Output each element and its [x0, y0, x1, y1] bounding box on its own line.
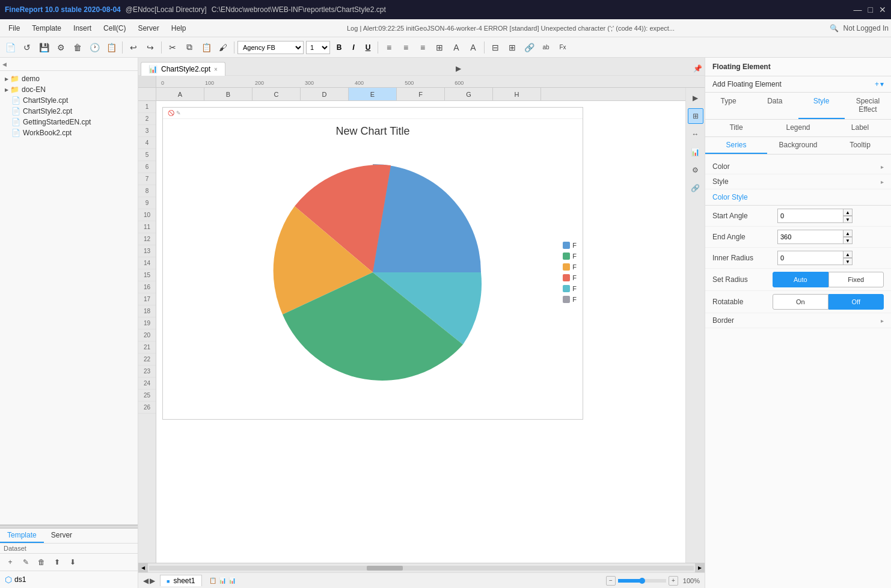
paste-button[interactable]: 📋 — [198, 40, 214, 55]
menu-template[interactable]: Template — [26, 22, 67, 35]
scroll-right-button[interactable]: ▶ — [695, 563, 705, 573]
col-header-a[interactable]: A — [156, 88, 204, 100]
panel-series-tab-tooltip[interactable]: Tooltip — [829, 137, 891, 154]
start-angle-input[interactable] — [777, 209, 844, 223]
export-dataset-button[interactable]: ⬆ — [51, 556, 64, 569]
maximize-button[interactable]: □ — [868, 5, 873, 14]
icon-sidebar-chart[interactable]: 📊 — [688, 144, 703, 160]
grid-body[interactable]: 🚫 ✎ New Chart Title — [156, 101, 685, 563]
panel-sub-tab-title[interactable]: Title — [705, 120, 767, 136]
sheet-tab-1[interactable]: ■ sheet1 — [160, 575, 202, 586]
zoom-handle[interactable] — [639, 578, 645, 584]
col-header-e[interactable]: E — [349, 88, 397, 100]
scroll-thumb[interactable] — [367, 566, 403, 571]
start-angle-down[interactable]: ▼ — [843, 216, 853, 223]
merge-button[interactable]: ⊞ — [432, 40, 447, 55]
col-header-c[interactable]: C — [253, 88, 301, 100]
icon-sidebar-arrow[interactable]: ▶ — [688, 90, 703, 106]
set-radius-auto-button[interactable]: Auto — [773, 272, 828, 287]
rotatable-off-button[interactable]: Off — [828, 294, 884, 310]
col-header-d[interactable]: D — [301, 88, 349, 100]
delete-dataset-button[interactable]: 🗑 — [35, 556, 48, 569]
inner-radius-up[interactable]: ▲ — [843, 251, 853, 258]
sheet-icon-3[interactable]: 📊 — [228, 577, 236, 584]
panel-tab-style[interactable]: Style — [798, 93, 845, 119]
border-expand-icon[interactable]: ▸ — [881, 317, 884, 324]
panel-tab-data[interactable]: Data — [752, 93, 798, 119]
redo-button[interactable]: ↪ — [142, 40, 158, 55]
minimize-button[interactable]: — — [854, 5, 862, 14]
link-button[interactable]: 🔗 — [521, 40, 537, 55]
border-button[interactable]: ⊟ — [488, 40, 503, 55]
add-element-button[interactable]: + ▾ — [875, 80, 884, 88]
import-dataset-button[interactable]: ⬇ — [66, 556, 79, 569]
panel-sub-tab-label[interactable]: Label — [829, 120, 891, 136]
tree-item-demo[interactable]: ▶ 📁 demo — [0, 73, 138, 84]
font-size-select[interactable]: 1 — [306, 41, 330, 54]
inner-radius-input[interactable] — [777, 251, 844, 265]
scroll-left-button[interactable]: ◀ — [138, 563, 148, 573]
icon-sidebar-link[interactable]: 🔗 — [688, 180, 703, 196]
start-angle-up[interactable]: ▲ — [843, 209, 853, 216]
formula-button[interactable]: Fx — [555, 40, 571, 55]
tree-item-chartstyle2[interactable]: 📄 ChartStyle2.cpt — [0, 106, 138, 117]
zoom-plus-button[interactable]: + — [669, 576, 678, 586]
align-center-button[interactable]: ≡ — [398, 40, 414, 55]
sheet-icon-2[interactable]: 📊 — [219, 577, 226, 584]
inner-radius-down[interactable]: ▼ — [843, 258, 853, 265]
panel-sub-tab-legend[interactable]: Legend — [767, 120, 829, 136]
menu-server[interactable]: Server — [132, 22, 165, 35]
delete-button[interactable]: 🗑 — [70, 40, 85, 55]
history-button[interactable]: 🕐 — [87, 40, 102, 55]
save-button[interactable]: 💾 — [36, 40, 52, 55]
icon-sidebar-grid[interactable]: ⊞ — [688, 108, 703, 124]
panel-series-tab-background[interactable]: Background — [767, 137, 829, 154]
menu-help[interactable]: Help — [165, 22, 192, 35]
icon-sidebar-settings[interactable]: ⚙ — [688, 162, 703, 178]
new-button[interactable]: 📄 — [2, 40, 18, 55]
ab-button[interactable]: ab — [538, 40, 554, 55]
insert-row-button[interactable]: ⊞ — [504, 40, 520, 55]
tab-chartstyle2[interactable]: 📊 ChartStyle2.cpt × — [141, 62, 225, 76]
horizontal-scrollbar[interactable]: ◀ ▶ — [138, 563, 705, 572]
tab-pin-button[interactable]: 📌 — [691, 62, 705, 75]
settings-button[interactable]: ⚙ — [53, 40, 69, 55]
align-left-button[interactable]: ≡ — [381, 40, 397, 55]
panel-series-tab-series[interactable]: Series — [705, 137, 767, 154]
italic-button[interactable]: I — [347, 41, 360, 54]
bold-button[interactable]: B — [332, 41, 346, 54]
tab-template-dataset[interactable]: Template — [0, 528, 44, 543]
col-header-b[interactable]: B — [204, 88, 253, 100]
copy2-button[interactable]: ⧉ — [182, 40, 197, 55]
col-header-h[interactable]: H — [493, 88, 541, 100]
search-icon[interactable]: 🔍 — [830, 24, 839, 32]
close-button[interactable]: ✕ — [879, 5, 886, 14]
chart-container[interactable]: 🚫 ✎ New Chart Title — [162, 107, 583, 420]
menu-cell[interactable]: Cell(C) — [97, 22, 132, 35]
align-right-button[interactable]: ≡ — [415, 40, 430, 55]
panel-tab-type[interactable]: Type — [705, 93, 752, 119]
sheet-nav-next[interactable]: ▶ — [150, 577, 155, 585]
style-expand-icon[interactable]: ▸ — [881, 179, 884, 185]
login-text[interactable]: Not Logged In — [844, 24, 889, 32]
add-dataset-button[interactable]: + — [4, 556, 17, 569]
tree-item-workbook[interactable]: 📄 WorkBook2.cpt — [0, 127, 138, 138]
col-header-f[interactable]: F — [397, 88, 445, 100]
font-family-select[interactable]: Agency FB — [237, 41, 304, 54]
cut-button[interactable]: ✂ — [165, 40, 180, 55]
end-angle-down[interactable]: ▼ — [843, 237, 853, 244]
rotatable-on-button[interactable]: On — [773, 294, 828, 310]
dataset-ds1[interactable]: ⬡ ds1 — [5, 574, 133, 586]
tab-nav-right[interactable]: ▶ — [452, 62, 465, 75]
format-button[interactable]: 🖌 — [215, 40, 231, 55]
sheet-nav-prev[interactable]: ◀ — [143, 577, 148, 585]
menu-insert[interactable]: Insert — [67, 22, 97, 35]
set-radius-fixed-button[interactable]: Fixed — [828, 272, 884, 287]
zoom-minus-button[interactable]: − — [606, 576, 616, 586]
tab-close-button[interactable]: × — [214, 66, 218, 73]
refresh-button[interactable]: ↺ — [19, 40, 35, 55]
end-angle-up[interactable]: ▲ — [843, 230, 853, 237]
tree-item-chartstyle[interactable]: 📄 ChartStyle.cpt — [0, 95, 138, 106]
tree-item-gettingstarted[interactable]: 📄 GettingStartedEN.cpt — [0, 117, 138, 127]
zoom-slider[interactable] — [618, 579, 666, 583]
